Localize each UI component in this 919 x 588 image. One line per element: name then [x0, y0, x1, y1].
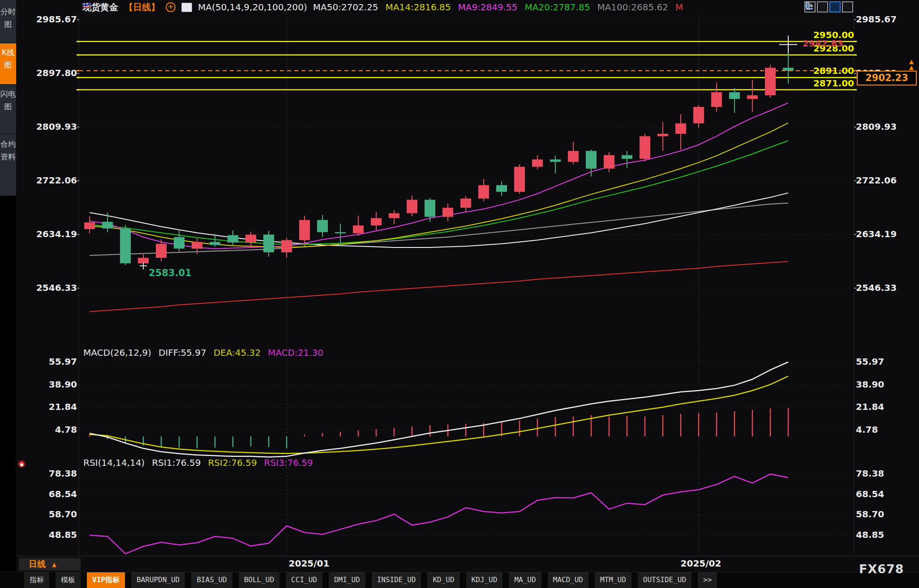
- rsi-axis-label-left: 68.54: [27, 489, 77, 499]
- macd-axis-label-right: 38.90: [856, 379, 884, 390]
- price-axis-label-left: 2722.06: [27, 175, 77, 186]
- rsi-header: RSI(14,14,14) RSI1:76.59 RSI2:76.59 RSI3…: [83, 457, 313, 468]
- rsi-axis-label-right: 48.85: [856, 529, 884, 540]
- indicator-tab-3[interactable]: VIP指标: [87, 572, 125, 588]
- macd-title: MACD(26,12,9): [83, 347, 151, 358]
- rsi-title: RSI(14,14,14): [83, 457, 145, 468]
- price-axis-label-left: 2634.19: [27, 229, 77, 239]
- rsi-axis-label-left: 78.38: [27, 468, 77, 479]
- rsi-axis-label-right: 58.70: [856, 509, 884, 520]
- indicator-tab-14[interactable]: MTM_UD: [595, 572, 631, 588]
- rsi-axis-label-right: 68.54: [856, 489, 884, 499]
- indicator-tab-4[interactable]: BARUPDN_UD: [131, 572, 185, 588]
- sidebar-item-3[interactable]: 闪电图: [0, 85, 16, 134]
- indicator-tab-5[interactable]: BIAS_UD: [191, 572, 232, 588]
- macd-axis-label-left: 55.97: [27, 356, 77, 367]
- indicator-tabbar: 指标模板VIP指标BARUPDN_UDBIAS_UDBOLL_UDCCI_UDD…: [0, 572, 919, 588]
- sidebar-item-1[interactable]: 分时图: [0, 3, 16, 43]
- price-axis-label-left: 2985.67: [27, 14, 77, 25]
- trading-terminal: 分时图K线图闪电图合约资料 现货黄金 【日线】 + MA(50,14,9,20,…: [0, 0, 919, 588]
- sidebar: 分时图K线图闪电图合约资料: [0, 0, 16, 588]
- price-axis-label-right: 2809.93: [856, 121, 897, 132]
- sidebar-item-2[interactable]: K线图: [0, 43, 16, 85]
- pan-crosshair-icon[interactable]: [804, 1, 816, 13]
- price-axis-label-left: 2809.93: [27, 121, 77, 132]
- indicator-tab-8[interactable]: DMI_UD: [329, 572, 365, 588]
- axis-scale-icon[interactable]: [817, 1, 828, 13]
- macd-dea-value: DEA:45.32: [214, 347, 261, 358]
- bar-shift-icon[interactable]: [842, 1, 853, 13]
- current-price-box: 2902.23: [857, 71, 917, 85]
- sidebar-item-4[interactable]: 合约资料: [0, 135, 16, 196]
- indicator-tab-1[interactable]: 指标: [24, 572, 49, 588]
- ma-value: MA9:2849.55: [458, 2, 517, 13]
- macd-header: MACD(26,12,9) DIFF:55.97 DEA:45.32 MACD:…: [83, 347, 323, 358]
- macd-axis-label-right: 21.84: [856, 401, 884, 412]
- chart-type-icon[interactable]: [181, 3, 192, 12]
- period-label: 日线: [29, 558, 46, 570]
- period-arrow-icon: ▲: [52, 561, 56, 568]
- macd-axis-label-right: 55.97: [856, 356, 884, 367]
- period-tag[interactable]: 【日线】: [124, 1, 160, 13]
- ma-group-label: MA(50,14,9,20,100,200): [198, 2, 307, 13]
- indicator-tab-10[interactable]: KD_UD: [427, 572, 460, 588]
- price-axis-label-left: 2897.80: [27, 68, 77, 78]
- indicator-tab-2[interactable]: 模板: [56, 572, 81, 588]
- marked-low-label: 2583.01: [149, 268, 192, 278]
- ma-value: MA14:2816.85: [386, 2, 451, 13]
- indicator-tab-15[interactable]: OUTSIDE_UD: [638, 572, 691, 588]
- rsi-axis-label-left: 58.70: [27, 509, 77, 520]
- indicator-tab-9[interactable]: INSIDE_UD: [372, 572, 421, 588]
- price-axis-label-right: 2985.67: [856, 14, 897, 25]
- price-axis-label-right: 2722.06: [856, 175, 897, 186]
- period-selector[interactable]: 日线 ▲: [19, 558, 81, 571]
- rsi-axis-label-right: 78.38: [856, 468, 884, 479]
- macd-axis-label-left: 21.84: [27, 401, 77, 412]
- price-axis-label-right: 2546.33: [856, 282, 897, 293]
- macd-diff-value: DIFF:55.97: [159, 347, 206, 358]
- period-row: 日线 ▲: [16, 557, 919, 571]
- price-axis-label-right: 2634.19: [856, 229, 897, 239]
- indicator-tab-13[interactable]: MACD_UD: [548, 572, 588, 588]
- symbol-name: 现货黄金: [82, 1, 118, 13]
- macd-macd-value: MACD:21.30: [268, 347, 323, 358]
- watermark: FX678: [859, 562, 904, 576]
- rsi2-value: RSI2:76.59: [208, 457, 257, 468]
- rsi1-value: RSI1:76.59: [152, 457, 201, 468]
- ma-value: MA100:2685.62: [597, 2, 668, 13]
- chart-toolbar: [804, 1, 853, 13]
- macd-axis-label-left: 38.90: [27, 379, 77, 390]
- ma-value: MA50:2702.25: [313, 2, 378, 13]
- price-up-arrows-icon: ▲▲: [909, 59, 914, 70]
- macd-axis-label-left: 4.78: [27, 424, 77, 435]
- ma-value: M: [675, 2, 683, 13]
- level-line-label: 2891.00: [773, 65, 854, 76]
- indicator-tab-6[interactable]: BOLL_UD: [239, 572, 279, 588]
- price-axis-label-left: 2546.33: [27, 282, 77, 293]
- ma-value: MA20:2787.85: [525, 2, 590, 13]
- indicator-tab-11[interactable]: KDJ_UD: [466, 572, 503, 588]
- session-high-label: 2942.83: [763, 38, 843, 49]
- indicator-tab-7[interactable]: CCI_UD: [286, 572, 322, 588]
- indicator-tab-12[interactable]: MA_UD: [509, 572, 541, 588]
- macd-axis-label-right: 4.78: [856, 424, 878, 435]
- ma-values: MA50:2702.25MA14:2816.85MA9:2849.55MA20:…: [313, 2, 683, 13]
- auto-scroll-icon[interactable]: [829, 1, 841, 13]
- indicator-tab-16[interactable]: >>: [698, 572, 717, 588]
- rsi3-value: RSI3:76.59: [264, 457, 313, 468]
- alarm-flash-icon[interactable]: ✸: [15, 458, 28, 471]
- rsi-axis-label-left: 48.85: [27, 529, 77, 540]
- level-line-label: 2871.00: [773, 78, 854, 89]
- add-compare-icon[interactable]: +: [166, 2, 176, 12]
- chart-header: 现货黄金 【日线】 + MA(50,14,9,20,100,200) MA50:…: [82, 1, 683, 13]
